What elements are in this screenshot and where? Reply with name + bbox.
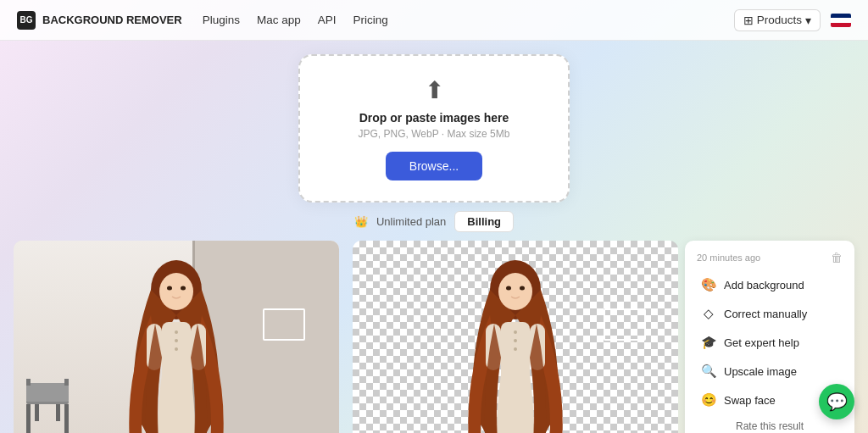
chat-icon: 💬 <box>826 391 848 412</box>
svg-point-24 <box>514 339 517 342</box>
svg-point-21 <box>520 286 525 291</box>
logo[interactable]: BG BACKGROUND REMOVER <box>17 11 182 30</box>
upscale-icon: 🔍 <box>700 363 717 380</box>
get-expert-help-label: Get expert help <box>724 336 799 349</box>
get-expert-help-icon: 🎓 <box>700 334 717 351</box>
svg-rect-6 <box>26 379 31 386</box>
add-background-label: Add background <box>724 279 804 291</box>
hero-section: ⬆ Drop or paste images here JPG, PNG, We… <box>0 41 868 241</box>
sidebar-timestamp: 20 minutes ago 🗑 <box>697 251 843 264</box>
original-girl-svg <box>113 247 240 433</box>
result-girl-svg <box>452 247 579 433</box>
browse-button[interactable]: Browse... <box>386 152 482 180</box>
svg-point-9 <box>159 273 193 310</box>
plan-text: Unlimited plan <box>376 215 446 228</box>
action-add-background[interactable]: 🎨 Add background <box>697 271 843 298</box>
navbar: BG BACKGROUND REMOVER Plugins Mac app AP… <box>0 0 868 41</box>
nav-api[interactable]: API <box>318 14 337 26</box>
products-button[interactable]: ⊞ Products ▾ <box>734 9 821 31</box>
svg-rect-3 <box>35 404 39 421</box>
correct-manually-icon: ◇ <box>700 305 717 322</box>
svg-rect-2 <box>64 404 69 433</box>
svg-rect-7 <box>64 379 69 386</box>
svg-point-25 <box>514 347 517 351</box>
swap-face-icon: 😊 <box>700 391 717 408</box>
language-flag[interactable] <box>831 14 851 27</box>
action-get-expert-help[interactable]: 🎓 Get expert help <box>697 329 843 356</box>
drop-subtitle: JPG, PNG, WebP · Max size 5Mb <box>317 128 551 140</box>
svg-point-13 <box>175 330 178 334</box>
rate-section: Rate this result 👍 👎 <box>697 420 843 433</box>
upload-icon: ⬆ <box>317 76 551 104</box>
products-icon: ⊞ <box>743 14 754 27</box>
result-selection-box <box>604 308 646 341</box>
chair-svg <box>22 375 73 433</box>
crown-icon: 👑 <box>354 215 368 228</box>
svg-point-15 <box>175 347 178 351</box>
nav-plugins[interactable]: Plugins <box>203 14 240 26</box>
image-panels <box>14 241 678 433</box>
svg-point-20 <box>506 286 511 291</box>
svg-rect-1 <box>26 404 31 433</box>
svg-point-19 <box>498 273 532 310</box>
drop-title: Drop or paste images here <box>317 111 551 125</box>
plan-row: 👑 Unlimited plan Billing <box>354 211 514 232</box>
nav-mac-app[interactable]: Mac app <box>257 14 301 26</box>
svg-point-23 <box>514 330 517 334</box>
svg-point-14 <box>175 339 178 342</box>
navbar-right: ⊞ Products ▾ <box>734 9 851 31</box>
drop-zone[interactable]: ⬆ Drop or paste images here JPG, PNG, We… <box>298 54 570 203</box>
billing-button[interactable]: Billing <box>454 211 514 232</box>
svg-point-10 <box>167 286 172 291</box>
svg-point-11 <box>181 286 186 291</box>
action-upscale-image[interactable]: 🔍 Upscale image <box>697 358 843 385</box>
svg-rect-5 <box>26 383 69 402</box>
main-content: 20 minutes ago 🗑 🎨 Add background ◇ Corr… <box>0 241 868 433</box>
timestamp-text: 20 minutes ago <box>697 253 760 263</box>
selection-box <box>263 308 305 341</box>
svg-rect-4 <box>56 404 60 421</box>
products-label: Products <box>757 14 802 26</box>
nav-pricing[interactable]: Pricing <box>353 14 388 26</box>
correct-manually-label: Correct manually <box>724 308 807 320</box>
result-image-panel <box>353 241 678 433</box>
rate-title: Rate this result <box>697 420 843 432</box>
trash-icon[interactable]: 🗑 <box>831 251 843 264</box>
swap-face-label: Swap face <box>724 394 776 407</box>
nav-links: Plugins Mac app API Pricing <box>203 14 734 26</box>
upscale-label: Upscale image <box>724 365 797 378</box>
add-background-icon: 🎨 <box>700 276 717 293</box>
logo-text: BACKGROUND REMOVER <box>42 14 182 26</box>
action-correct-manually[interactable]: ◇ Correct manually <box>697 300 843 327</box>
original-image-panel <box>14 241 339 433</box>
chat-bubble[interactable]: 💬 <box>819 384 854 419</box>
chevron-down-icon: ▾ <box>805 14 811 27</box>
logo-icon: BG <box>17 11 36 30</box>
